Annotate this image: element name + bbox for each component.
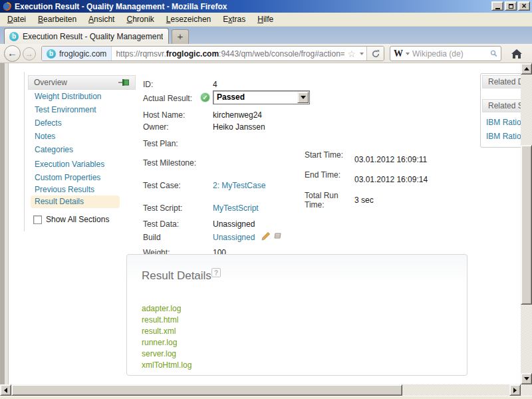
horizontal-scrollbar[interactable]: [0, 384, 521, 396]
file-link-xmltohtml-log[interactable]: xmlToHtml.log: [142, 360, 192, 371]
menu-lesezeichen[interactable]: Lesezeichen: [160, 15, 217, 24]
test-milestone-label: Test Milestone:: [143, 158, 196, 168]
field-row-test-data: Test Data: Unassigned: [0, 219, 479, 231]
actual-result-select[interactable]: Passed: [213, 90, 310, 104]
owner-label: Owner:: [143, 122, 169, 132]
field-row-host-name: Host Name: kirchenweg24: [0, 110, 479, 122]
page-content: Overview Weight Distribution Test Enviro…: [0, 63, 521, 384]
forward-button[interactable]: →: [23, 47, 36, 61]
scroll-up-button[interactable]: [521, 63, 532, 74]
menu-bearbeiten[interactable]: Bearbeiten: [32, 15, 82, 24]
scroll-left-button[interactable]: [0, 384, 11, 396]
ibm-rational-link[interactable]: IBM Ratio: [486, 132, 521, 141]
new-tab-button[interactable]: +: [172, 29, 189, 44]
window-titlebar[interactable]: Execution Result - Quality Management - …: [0, 0, 532, 13]
scroll-right-button[interactable]: [509, 384, 521, 396]
minimize-button[interactable]: [491, 1, 503, 11]
id-label: ID:: [143, 80, 153, 89]
result-file-list: adapter.log result.html result.xml runne…: [142, 303, 192, 371]
host-name-value: kirchenweg24: [213, 110, 262, 120]
arrow-down-icon: [524, 377, 529, 380]
related-panel: Related D Related S IBM Ratio IBM Ratio: [480, 73, 521, 148]
wikipedia-engine-icon[interactable]: W: [394, 49, 403, 59]
menu-datei[interactable]: Datei: [1, 15, 32, 24]
chevron-down-icon: [301, 96, 306, 99]
window-title: Execution Result - Quality Management - …: [15, 2, 227, 11]
ibm-rational-link[interactable]: IBM Ratio: [486, 118, 521, 127]
total-run-time-value: 3 sec: [354, 196, 374, 205]
search-input[interactable]: [412, 49, 490, 59]
search-engine-dropdown-icon[interactable]: [406, 53, 410, 55]
test-data-value: Unassigned: [213, 219, 255, 229]
help-icon[interactable]: ?: [211, 268, 221, 277]
search-magnifier-icon[interactable]: [490, 49, 497, 59]
file-link-result-xml[interactable]: result.xml: [142, 326, 192, 337]
url-bar[interactable]: b froglogic.com https://rqmsvr.froglogic…: [41, 46, 384, 61]
menu-chronik[interactable]: Chronik: [120, 15, 160, 24]
reload-icon: [371, 49, 380, 59]
related-defects-header: Related D: [482, 75, 521, 88]
file-link-result-html[interactable]: result.html: [142, 315, 192, 326]
host-name-label: Host Name:: [143, 110, 185, 120]
field-row-build: Build Unassigned: [0, 233, 479, 245]
file-link-server-log[interactable]: server.log: [142, 348, 192, 360]
select-dropdown-button[interactable]: [297, 92, 309, 103]
menu-extras[interactable]: Extras: [217, 15, 251, 24]
restore-icon: [509, 4, 513, 9]
horizontal-scroll-thumb[interactable]: [11, 384, 402, 396]
erase-icon[interactable]: [273, 231, 283, 240]
minimize-icon: [495, 8, 500, 9]
test-script-link[interactable]: MyTestScript: [213, 203, 259, 213]
menu-ansicht[interactable]: Ansicht: [82, 15, 120, 24]
home-icon: [511, 49, 523, 59]
back-button[interactable]: ←: [4, 45, 21, 62]
edit-pencil-icon[interactable]: [261, 231, 271, 241]
field-row-test-script: Test Script: MyTestScript: [0, 203, 479, 215]
test-script-label: Test Script:: [143, 203, 182, 213]
test-case-label: Test Case:: [143, 181, 181, 190]
tab-title: Execution Result - Quality Management: [23, 32, 163, 41]
owner-value: Heiko Janssen: [213, 122, 265, 132]
menu-bar: Datei Bearbeiten Ansicht Chronik Lesezei…: [0, 13, 532, 27]
arrow-left-icon: [4, 388, 7, 393]
tab-strip: b Execution Result - Quality Management …: [0, 27, 532, 44]
actual-result-label: Actual Result:: [143, 94, 192, 103]
build-link[interactable]: Unassigned: [213, 233, 255, 242]
start-time-label: Start Time:: [305, 150, 347, 160]
restore-button[interactable]: [505, 1, 517, 11]
build-label: Build: [143, 233, 161, 242]
site-identity-box[interactable]: b froglogic.com: [42, 47, 112, 61]
close-button[interactable]: ×: [518, 1, 530, 11]
url-text[interactable]: https://rqmsvr.froglogic.com:9443/qm/web…: [112, 49, 344, 59]
vertical-scroll-thumb[interactable]: [521, 145, 532, 305]
test-plan-label: Test Plan:: [143, 139, 178, 148]
test-data-label: Test Data:: [143, 219, 179, 229]
passed-check-icon: ✓: [200, 92, 210, 102]
arrow-up-icon: [524, 67, 529, 70]
search-bar[interactable]: W: [390, 46, 501, 61]
tab-execution-result[interactable]: b Execution Result - Quality Management: [4, 28, 169, 44]
id-value: 4: [213, 80, 217, 89]
bookmark-star-icon[interactable]: ☆: [344, 49, 357, 59]
total-run-time-label: Total Run Time:: [305, 191, 347, 209]
bookmark-dropdown-icon[interactable]: [360, 53, 364, 55]
file-link-runner-log[interactable]: runner.log: [142, 337, 192, 348]
home-button[interactable]: [507, 45, 527, 62]
froglogic-favicon: b: [9, 32, 19, 41]
vertical-scrollbar[interactable]: [521, 63, 532, 384]
reload-button[interactable]: [366, 47, 384, 61]
arrow-right-icon: [513, 388, 517, 393]
navigation-toolbar: ← → b froglogic.com https://rqmsvr.frogl…: [0, 44, 532, 63]
scrollbar-corner: [521, 384, 532, 396]
menu-hilfe[interactable]: Hilfe: [251, 15, 279, 24]
status-bar: [0, 396, 532, 399]
window-controls: ×: [491, 1, 530, 11]
close-icon: ×: [521, 3, 526, 9]
actual-result-value: Passed: [217, 92, 245, 102]
scroll-down-button[interactable]: [521, 373, 532, 384]
test-case-link[interactable]: 2: MyTestCase: [213, 181, 265, 190]
result-details-card: Result Details ? adapter.log result.html…: [126, 254, 467, 376]
file-link-adapter-log[interactable]: adapter.log: [142, 303, 192, 315]
build-edit-icons: [261, 231, 283, 241]
start-time-value: 03.01.2012 16:09:11: [354, 155, 427, 164]
